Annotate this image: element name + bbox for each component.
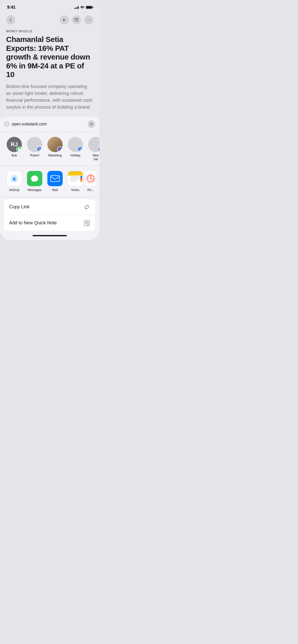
wifi-icon [80,6,84,9]
back-button[interactable] [6,15,15,24]
article-area: MONEY MUSCLE Chamanlal Setia Exports: 16… [0,11,99,117]
svg-rect-19 [70,180,77,181]
contact-name-robert: Robert [30,154,39,158]
contact-mee-sam[interactable]: MeeSar [86,137,99,162]
apps-row: AirDrop Messages Mail [0,166,99,197]
contact-name-bob: Bob [11,154,17,158]
svg-point-3 [88,20,89,20]
share-sheet: open.substack.com RJ Bob [0,117,99,240]
url-close-button[interactable] [88,120,95,128]
article-description: Bottom-line focused company operating an… [6,83,93,111]
messages-icon [27,171,42,186]
app-label-reminders: Re... [87,188,94,192]
app-label-notes: Notes [71,188,79,192]
add-quick-note-action[interactable]: Add to New Quick Note [4,215,95,231]
contact-bob[interactable]: RJ Bob [4,137,24,162]
contact-name-holiday: Holiday [70,154,80,158]
contact-name-marketing: Marketing [48,154,62,158]
contact-name-mee: MeeSar [93,154,99,162]
compass-icon [4,122,9,127]
status-time: 9:41 [7,5,16,10]
more-button[interactable] [84,15,93,24]
contact-marketing[interactable]: T Marketing [45,137,65,162]
article-title: Chamanlal Setia Exports: 16% PAT growth … [6,35,93,79]
contact-holiday[interactable]: Holiday [65,137,86,162]
contact-badge-holiday [77,147,83,152]
copy-link-icon [84,204,90,210]
contact-badge-robert [37,147,42,152]
home-bar [33,235,67,236]
app-label-messages: Messages [28,188,42,192]
app-airdrop[interactable]: AirDrop [4,171,24,192]
svg-point-20 [80,176,82,178]
archive-button[interactable] [72,15,81,24]
svg-point-4 [90,20,91,20]
url-bar: open.substack.com [0,117,99,132]
actions-section: Copy Link Add to New Quick Note [4,199,95,231]
app-notes[interactable]: Notes [65,171,86,192]
battery-icon [86,6,92,9]
airdrop-icon [7,171,22,186]
svg-rect-17 [70,177,81,177]
svg-rect-18 [70,179,81,179]
app-label-mail: Mail [52,188,58,192]
contact-avatar-robert [27,137,42,152]
add-quick-note-label: Add to New Quick Note [9,220,57,226]
svg-point-22 [80,180,82,182]
status-icons [74,6,92,9]
mail-icon [47,171,63,186]
notes-icon [68,171,83,186]
home-indicator [0,233,99,240]
svg-point-2 [87,20,88,20]
copy-link-action[interactable]: Copy Link [4,199,95,215]
quick-note-icon [84,220,90,226]
article-category: MONEY MUSCLE [6,30,93,33]
contact-badge-marketing: T [57,147,63,152]
contact-avatar-mee [88,137,99,152]
svg-rect-14 [51,175,59,182]
url-display: open.substack.com [12,122,85,126]
svg-point-21 [80,178,82,180]
signal-icon [74,6,79,9]
play-button[interactable] [60,15,69,24]
contact-avatar-bob: RJ [7,137,22,152]
svg-rect-16 [68,171,83,175]
contact-badge-bob [16,147,22,152]
nav-bar [6,15,93,24]
app-reminders[interactable]: Re... [86,171,96,192]
copy-link-label: Copy Link [9,204,30,210]
app-mail[interactable]: Mail [45,171,65,192]
app-label-airdrop: AirDrop [9,188,20,192]
nav-right-buttons [60,15,93,24]
contact-avatar-marketing: T [47,137,63,152]
app-messages[interactable]: Messages [24,171,45,192]
contact-avatar-holiday [68,137,83,152]
status-bar: 9:41 [0,0,99,11]
contact-badge-mee [98,147,99,152]
contact-robert[interactable]: Robert [24,137,45,162]
svg-text:T: T [59,149,60,150]
reminders-icon [86,171,96,186]
contacts-row: RJ Bob Robert [0,132,99,166]
